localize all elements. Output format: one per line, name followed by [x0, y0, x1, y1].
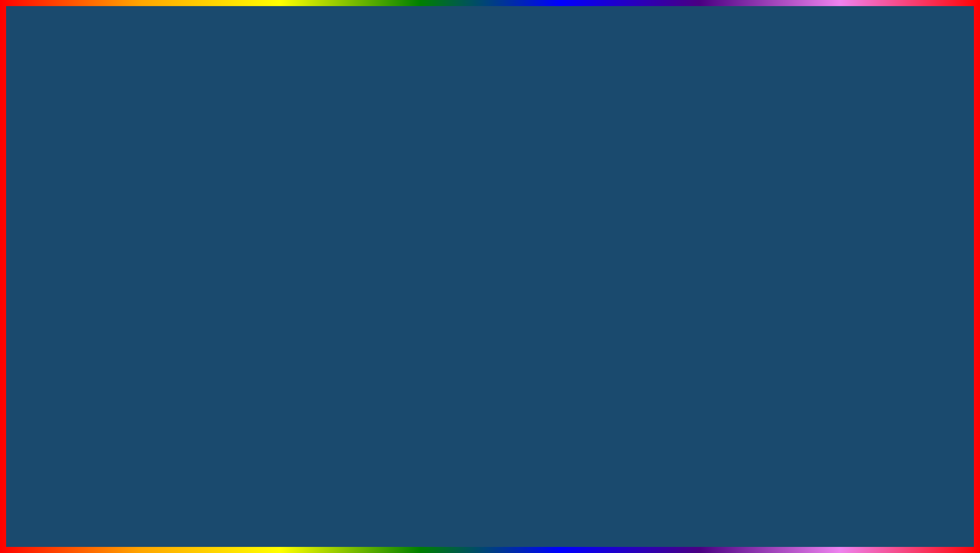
right-gui-controls: — ✕	[666, 173, 689, 180]
right-sidebar-label-0: Item	[452, 192, 464, 199]
title-section: BLOX FRUITS	[0, 5, 980, 94]
microchip-label-5: Next Island	[510, 302, 543, 309]
right-sidebar-icon-6: 🍎	[444, 278, 451, 285]
right-minimize-btn[interactable]: —	[666, 173, 675, 180]
right-row-3: Buy MicroChip	[505, 254, 689, 272]
dough-value: Dough	[654, 195, 671, 202]
brand-logo: 💀 BLOX FRUITS	[848, 446, 960, 535]
toggle-btn-4[interactable]	[265, 300, 285, 309]
right-toggle-5[interactable]	[663, 301, 683, 310]
left-sidebar-item-5[interactable]: 🏃Race V4	[39, 260, 100, 274]
left-content-subtitle: GENARAL FARM	[106, 199, 290, 204]
left-minimize-btn[interactable]: —	[268, 173, 277, 180]
right-sidebar-label-6: Devil Fruit	[454, 278, 481, 285]
right-sidebar-icon-7: 🛒	[444, 292, 451, 299]
right-sidebar-label-4: Race V4	[454, 249, 477, 256]
character	[325, 162, 447, 375]
left-farm-row-1: Farm Nearest	[106, 232, 290, 250]
left-sidebar-item-1[interactable]: ⚙Item	[39, 203, 100, 217]
skull-icon: 💀	[890, 463, 918, 489]
right-sidebar-icon-0: ⚙	[444, 193, 449, 199]
right-sidebar-item-1[interactable]: Setting	[438, 203, 498, 217]
dough-dropdown[interactable]: Dough ▲	[649, 194, 683, 203]
right-gui-titlebar: isnahamzah | Ganteng Hub (S)epuh — ✕	[438, 168, 695, 185]
svg-point-1	[372, 162, 380, 170]
right-toggle-3[interactable]	[663, 258, 683, 267]
bottom-section: AUTO FARM SCRIPT PASTEBIN	[0, 488, 980, 543]
right-sidebar-icon-3: 🌐	[444, 235, 451, 242]
sidebar-label: Sky	[62, 309, 73, 317]
right-toggle-1[interactable]	[663, 216, 683, 225]
left-sidebar-item-4[interactable]: 🌐Teleport	[39, 246, 100, 260]
right-sidebar-icon-4: 🏃	[444, 250, 451, 256]
right-sidebar: ⚙ItemSettingSet Position🌐Teleport🏃Race V…	[438, 185, 499, 344]
brand-text-bottom: FRUITS	[880, 505, 928, 519]
left-content-title: Main Farm	[106, 190, 290, 198]
right-toggle-4[interactable]	[663, 280, 683, 289]
sidebar-label-1: Item	[53, 206, 65, 214]
left-sidebar-item-6[interactable]: ⚔Raid	[39, 274, 100, 288]
right-sidebar-item-2[interactable]: Set Position	[438, 217, 498, 231]
left-farm-row-0: Farm Level	[106, 211, 290, 229]
right-sidebar-label-3: Teleport	[454, 235, 476, 242]
right-gui-window: isnahamzah | Ganteng Hub (S)epuh — ✕ ⚙It…	[437, 167, 696, 345]
svg-rect-13	[358, 339, 386, 354]
left-close-btn[interactable]: ✕	[281, 173, 290, 180]
microchip-label-1: Buy MicroChip Select	[510, 217, 573, 224]
right-sidebar-item-3[interactable]: 🌐Teleport	[438, 231, 498, 246]
farm-row-label-3: Farm Mastery Gun [Wait Fixed]	[111, 280, 203, 288]
left-sidebar: 🏠Main⚙ItemSettingSet Position🌐Teleport🏃R…	[39, 185, 100, 328]
road-layer	[0, 439, 980, 490]
left-content: Main Farm GENARAL FARM Farm Level Farm N…	[100, 185, 296, 328]
right-sidebar-item-7[interactable]: 🛒Shop	[438, 288, 498, 302]
right-sidebar-item-8[interactable]: Stats	[438, 302, 498, 317]
right-row-4: Start Raid	[505, 275, 689, 293]
pastebin-text: PASTEBIN	[619, 495, 801, 536]
sidebar-icon-6: ⚔	[45, 278, 50, 285]
main-title: BLOX FRUITS	[0, 5, 980, 93]
sky-avatar: 😊	[45, 306, 59, 320]
right-sidebar-label-1: Setting	[447, 206, 466, 214]
right-toggle-2[interactable]	[663, 237, 683, 246]
left-sidebar-item-8[interactable]: 😊Sky	[39, 302, 100, 324]
sidebar-label-0: Main	[55, 192, 69, 199]
sidebar-label-2: Setting	[48, 221, 67, 228]
toggle-btn-1[interactable]	[265, 236, 285, 246]
right-sidebar-item-6[interactable]: 🍎Devil Fruit	[438, 274, 498, 288]
left-gui-window: YT isnahamzah | Ganteng Hub (S)epuh — ✕ …	[38, 167, 297, 329]
right-sky-avatar: 😊	[444, 320, 458, 334]
farm-row-label-0: Farm Level	[111, 216, 144, 224]
svg-rect-8	[419, 201, 435, 211]
toggle-btn-0[interactable]	[265, 215, 285, 224]
right-sidebar-item-5[interactable]: ⚔Raid	[438, 260, 498, 274]
left-farm-row-4: Kaitan	[106, 296, 290, 314]
microchip-label-4: Start Raid	[510, 281, 539, 288]
svg-rect-0	[366, 167, 406, 208]
right-sidebar-label-2: Set Position	[447, 221, 479, 228]
left-farm-row-3: Farm Mastery Gun [Wait Fixed]	[106, 274, 290, 293]
microchip-label-2: Start Raid	[510, 238, 539, 246]
right-row-5: Next Island	[505, 296, 689, 315]
left-gui-body: 🏠Main⚙ItemSettingSet Position🌐Teleport🏃R…	[39, 185, 296, 328]
toggle-btn-2[interactable]	[265, 258, 285, 267]
auto-farm-text: AUTO FARM	[179, 488, 465, 543]
right-toggle-6[interactable]	[663, 322, 683, 331]
left-sidebar-item-2[interactable]: Setting	[39, 217, 100, 231]
right-content: Select MicroChips Dough ▲ Buy MicroChip …	[499, 185, 695, 344]
sidebar-icon-4: 🌐	[45, 250, 52, 256]
toggle-btn-3[interactable]	[265, 279, 285, 288]
right-sidebar-item-4[interactable]: 🏃Race V4	[438, 246, 498, 260]
sidebar-icon-1: ⚙	[45, 207, 50, 214]
right-close-btn[interactable]: ✕	[679, 173, 689, 180]
left-sidebar-item-7[interactable]: 🍎Devil Fruit	[39, 288, 100, 302]
left-sidebar-item-0[interactable]: 🏠Main	[39, 189, 100, 203]
right-row-6: Kill Aura	[505, 318, 689, 336]
sidebar-icon-7: 🍎	[45, 292, 52, 299]
right-sidebar-item-0[interactable]: ⚙Item	[438, 189, 498, 203]
left-sidebar-item-3[interactable]: Set Position	[39, 231, 100, 246]
script-text: SCRIPT	[475, 495, 609, 536]
left-gui-title: YT isnahamzah | Ganteng Hub (S)epuh	[45, 172, 167, 180]
sidebar-label-7: Devil Fruit	[55, 292, 83, 299]
right-sidebar-item-9[interactable]: 😊Sky	[438, 317, 498, 338]
svg-point-2	[393, 162, 399, 168]
